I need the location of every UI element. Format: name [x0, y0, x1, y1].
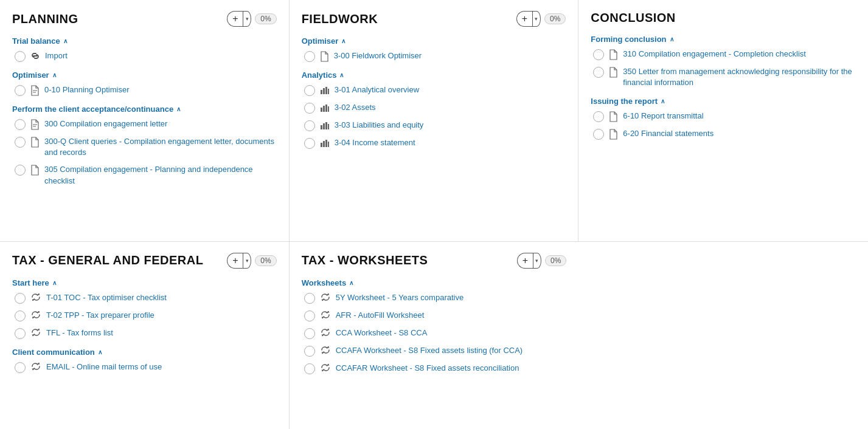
- conclusion-checkbox-0-0[interactable]: [593, 49, 604, 60]
- tax-worksheets-item-label-0-3[interactable]: CCAFA Worksheet - S8 Fixed assets listin…: [336, 345, 523, 356]
- tax-general-item-label-0-0[interactable]: T-01 TOC - Tax optimiser checklist: [46, 292, 167, 303]
- fieldwork-checkbox-1-1[interactable]: [304, 103, 315, 114]
- conclusion-section-0[interactable]: Forming conclusion∧: [591, 35, 856, 44]
- planning-section-chevron-1: ∧: [52, 72, 57, 78]
- tax-general-section-label-1: Client communication: [12, 348, 95, 357]
- main-grid: PLANNING+▾0%Trial balance∧ImportOptimise…: [0, 0, 868, 429]
- planning-item-1-0: 0-10 Planning Optimiser: [12, 84, 277, 96]
- planning-add-button[interactable]: +: [227, 11, 243, 27]
- tax-general-item-1-0: EMAIL - Online mail terms of use: [12, 362, 277, 373]
- planning-item-label-2-1[interactable]: 300-Q Client queries - Compilation engag…: [44, 136, 277, 158]
- tax-worksheets-checkbox-0-1[interactable]: [304, 311, 315, 321]
- planning-section-label-1: Optimiser: [12, 70, 49, 80]
- planning-item-label-1-0[interactable]: 0-10 Planning Optimiser: [44, 84, 129, 95]
- tax-worksheets-icon-0-4: [320, 363, 331, 372]
- conclusion-item-label-0-0[interactable]: 310 Compilation engagement - Completion …: [623, 49, 806, 60]
- conclusion-icon-0-1: [609, 67, 618, 78]
- fieldwork-item-label-0-0[interactable]: 3-00 Fieldwork Optimiser: [334, 50, 422, 61]
- tax-general-item-label-0-1[interactable]: T-02 TPP - Tax preparer profile: [46, 310, 155, 321]
- tax-general-item-0-2: TFL - Tax forms list: [12, 328, 277, 339]
- conclusion-section-chevron-0: ∧: [670, 36, 674, 43]
- planning-icon-2-1: [30, 137, 40, 148]
- conclusion-item-label-1-1[interactable]: 6-20 Financial statements: [623, 128, 713, 139]
- fieldwork-title: FIELDWORK: [302, 12, 378, 26]
- fieldwork-checkbox-1-2[interactable]: [304, 120, 315, 131]
- tax-worksheets-header: TAX - WORKSHEETS+▾0%: [302, 253, 567, 269]
- tax-general-item-label-1-0[interactable]: EMAIL - Online mail terms of use: [46, 362, 162, 372]
- tax-worksheets-item-0-1: AFR - AutoFill Worksheet: [302, 310, 567, 321]
- planning-item-2-1: 300-Q Client queries - Compilation engag…: [12, 136, 277, 158]
- planning-icon-1-0: [30, 85, 40, 96]
- svg-rect-18: [325, 140, 327, 147]
- planning-checkbox-2-0[interactable]: [15, 119, 26, 130]
- tax-general-checkbox-0-0[interactable]: [15, 293, 26, 304]
- conclusion-item-label-1-0[interactable]: 6-10 Report transmittal: [623, 111, 703, 122]
- tax-worksheets-add-button[interactable]: +: [517, 253, 533, 269]
- fieldwork-section-1[interactable]: Analytics∧: [302, 70, 566, 80]
- panel-conclusion: CONCLUSIONForming conclusion∧310 Compila…: [578, 0, 868, 242]
- tax-general-item-0-1: T-02 TPP - Tax preparer profile: [12, 310, 277, 321]
- planning-checkbox-2-2[interactable]: [15, 165, 26, 176]
- planning-checkbox-2-1[interactable]: [15, 137, 26, 148]
- tax-general-section-0[interactable]: Start here∧: [12, 278, 277, 287]
- planning-item-label-2-2[interactable]: 305 Compilation engagement - Planning an…: [44, 164, 277, 186]
- tax-general-add-dropdown[interactable]: ▾: [243, 253, 251, 269]
- tax-general-checkbox-0-2[interactable]: [15, 328, 26, 339]
- planning-section-1[interactable]: Optimiser∧: [12, 70, 277, 80]
- tax-worksheets-checkbox-0-0[interactable]: [304, 293, 315, 304]
- fieldwork-add-dropdown[interactable]: ▾: [532, 11, 541, 27]
- tax-worksheets-add-controls: +▾: [517, 253, 541, 269]
- tax-general-add-button[interactable]: +: [227, 253, 243, 269]
- planning-section-0[interactable]: Trial balance∧: [12, 36, 277, 46]
- conclusion-section-1[interactable]: Issuing the report∧: [591, 97, 856, 106]
- fieldwork-item-label-1-0[interactable]: 3-01 Analytical overview: [335, 84, 419, 95]
- conclusion-checkbox-0-1[interactable]: [593, 67, 604, 78]
- conclusion-checkbox-1-0[interactable]: [593, 111, 604, 122]
- planning-icon-0-0: [30, 51, 40, 61]
- conclusion-checkbox-1-1[interactable]: [593, 129, 604, 140]
- conclusion-item-0-0: 310 Compilation engagement - Completion …: [591, 49, 856, 60]
- fieldwork-checkbox-0-0[interactable]: [304, 51, 315, 62]
- conclusion-item-label-0-1[interactable]: 350 Letter from management acknowledging…: [623, 66, 856, 88]
- fieldwork-pct-badge: 0%: [544, 13, 566, 24]
- planning-checkbox-1-0[interactable]: [15, 85, 26, 96]
- planning-item-label-0-0[interactable]: Import: [45, 50, 68, 61]
- tax-worksheets-checkbox-0-3[interactable]: [304, 346, 315, 357]
- tax-general-section-1[interactable]: Client communication∧: [12, 348, 277, 357]
- svg-rect-17: [323, 141, 325, 147]
- conclusion-header: CONCLUSION: [591, 11, 856, 25]
- fieldwork-item-1-3: 3-04 Income statement: [302, 137, 566, 149]
- svg-rect-7: [328, 89, 329, 94]
- fieldwork-icon-1-3: [320, 138, 330, 148]
- tax-general-item-label-0-2[interactable]: TFL - Tax forms list: [46, 328, 113, 338]
- fieldwork-item-label-1-1[interactable]: 3-02 Assets: [335, 102, 376, 113]
- planning-section-chevron-2: ∧: [176, 106, 181, 112]
- tax-worksheets-item-0-4: CCAFAR Worksheet - S8 Fixed assets recon…: [302, 363, 567, 374]
- fieldwork-checkbox-1-3[interactable]: [304, 138, 315, 149]
- tax-general-checkbox-1-0[interactable]: [15, 362, 26, 373]
- tax-general-checkbox-0-1[interactable]: [15, 311, 26, 321]
- planning-section-2[interactable]: Perform the client acceptance/continuanc…: [12, 105, 277, 114]
- tax-worksheets-item-label-0-2[interactable]: CCA Worksheet - S8 CCA: [336, 328, 428, 338]
- fieldwork-item-label-1-3[interactable]: 3-04 Income statement: [335, 137, 415, 148]
- fieldwork-section-label-0: Optimiser: [302, 36, 339, 46]
- tax-worksheets-item-label-0-4[interactable]: CCAFAR Worksheet - S8 Fixed assets recon…: [336, 363, 519, 374]
- tax-worksheets-checkbox-0-2[interactable]: [304, 328, 315, 339]
- fieldwork-item-label-1-2[interactable]: 3-03 Liabilities and equity: [335, 120, 424, 131]
- planning-section-label-2: Perform the client acceptance/continuanc…: [12, 105, 173, 114]
- tax-worksheets-checkbox-0-4[interactable]: [304, 363, 315, 374]
- fieldwork-checkbox-1-0[interactable]: [304, 85, 315, 96]
- conclusion-icon-1-1: [609, 129, 618, 140]
- tax-worksheets-item-label-0-1[interactable]: AFR - AutoFill Worksheet: [336, 310, 425, 321]
- tax-general-icon-0-1: [30, 311, 41, 319]
- planning-item-label-2-0[interactable]: 300 Compilation engagement letter: [44, 118, 167, 129]
- tax-worksheets-add-dropdown[interactable]: ▾: [533, 253, 541, 269]
- planning-add-dropdown[interactable]: ▾: [243, 11, 251, 27]
- fieldwork-icon-1-0: [320, 85, 330, 95]
- tax-worksheets-section-0[interactable]: Worksheets∧: [302, 278, 567, 287]
- fieldwork-section-0[interactable]: Optimiser∧: [302, 36, 566, 46]
- tax-worksheets-item-label-0-0[interactable]: 5Y Worksheet - 5 Years comparative: [336, 292, 464, 303]
- fieldwork-add-button[interactable]: +: [516, 11, 532, 27]
- conclusion-icon-0-0: [609, 49, 618, 60]
- planning-checkbox-0-0[interactable]: [15, 51, 26, 62]
